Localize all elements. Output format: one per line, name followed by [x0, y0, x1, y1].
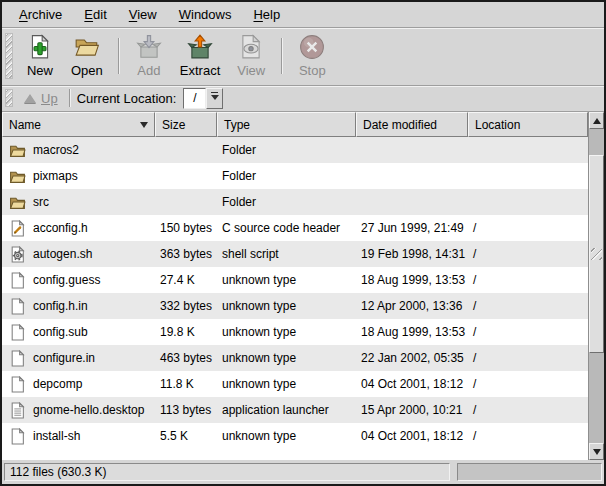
file-name-cell: config.h.in	[2, 298, 155, 315]
file-location: /	[468, 351, 588, 365]
extract-button[interactable]: Extract	[172, 31, 228, 82]
toolbar-separator	[281, 38, 282, 74]
location-bar-drag-handle[interactable]	[5, 89, 13, 107]
toolbar-button-label: Stop	[299, 63, 326, 78]
menubar: Archive Edit View Windows Help	[2, 2, 604, 28]
scroll-down-button[interactable]	[589, 443, 604, 460]
toolbar-button-label: New	[27, 63, 53, 78]
column-header-location[interactable]: Location	[468, 112, 588, 137]
file-date-modified: 04 Oct 2001, 18:12	[356, 429, 468, 443]
folder-icon	[9, 168, 26, 185]
file-name: depcomp	[33, 377, 82, 391]
file-name: install-sh	[33, 429, 80, 443]
toolbar-buttons: New Open Add Extract	[17, 31, 335, 82]
file-type: unknown type	[217, 351, 356, 365]
table-row-config.h.in[interactable]: config.h.in 332 bytes unknown type 12 Ap…	[2, 293, 588, 319]
file-date-modified: 18 Aug 1999, 13:53	[356, 273, 468, 287]
open-archive-icon	[74, 34, 100, 60]
open-button[interactable]: Open	[63, 31, 111, 82]
file-name: gnome-hello.desktop	[33, 403, 144, 417]
table-row-macros2[interactable]: macros2 Folder	[2, 137, 588, 163]
document-icon	[9, 324, 26, 341]
toolbar-drag-handle[interactable]	[5, 33, 13, 79]
table-row-gnome-hello.desktop[interactable]: gnome-hello.desktop 113 bytes applicatio…	[2, 397, 588, 423]
file-size: 363 bytes	[155, 247, 217, 261]
file-table: Name Size Type Date modified	[2, 112, 588, 460]
file-list-area: Name Size Type Date modified	[2, 112, 604, 460]
scroll-up-button[interactable]	[589, 112, 604, 129]
file-date-modified: 04 Oct 2001, 18:12	[356, 377, 468, 391]
file-location: /	[468, 403, 588, 417]
up-button: Up	[20, 89, 62, 108]
vertical-scrollbar	[588, 112, 604, 460]
menu-view[interactable]: View	[118, 3, 168, 26]
table-row-depcomp[interactable]: depcomp 11.8 K unknown type 04 Oct 2001,…	[2, 371, 588, 397]
file-name-cell: config.sub	[2, 324, 155, 341]
folder-icon	[9, 194, 26, 211]
scrollbar-grip-icon	[591, 248, 602, 260]
file-type: unknown type	[217, 429, 356, 443]
folder-icon	[9, 142, 26, 159]
table-row-install-sh[interactable]: install-sh 5.5 K unknown type 04 Oct 200…	[2, 423, 588, 449]
file-type: unknown type	[217, 273, 356, 287]
file-size: 463 bytes	[155, 351, 217, 365]
menu-edit[interactable]: Edit	[73, 3, 117, 26]
file-name: autogen.sh	[33, 247, 92, 261]
file-name-cell: configure.in	[2, 350, 155, 367]
menu-windows[interactable]: Windows	[168, 3, 243, 26]
file-name: config.sub	[33, 325, 88, 339]
document-icon	[9, 272, 26, 289]
location-bar: Up Current Location: /	[2, 86, 604, 112]
file-size: 11.8 K	[155, 377, 217, 391]
column-header-date-modified[interactable]: Date modified	[356, 112, 468, 137]
add-button: Add	[126, 31, 172, 82]
file-type: Folder	[217, 169, 356, 183]
menu-help[interactable]: Help	[242, 3, 291, 26]
file-date-modified: 12 Apr 2000, 13:36	[356, 299, 468, 313]
scrollbar-track[interactable]	[589, 129, 604, 443]
table-row-src[interactable]: src Folder	[2, 189, 588, 215]
script-icon	[9, 246, 26, 263]
file-type: application launcher	[217, 403, 356, 417]
document-icon	[9, 376, 26, 393]
file-date-modified: 15 Apr 2000, 10:21	[356, 403, 468, 417]
column-header-size[interactable]: Size	[155, 112, 217, 137]
add-files-icon	[136, 34, 162, 60]
table-row-configure.in[interactable]: configure.in 463 bytes unknown type 22 J…	[2, 345, 588, 371]
table-row-pixmaps[interactable]: pixmaps Folder	[2, 163, 588, 189]
location-combo-value[interactable]: /	[183, 88, 206, 109]
file-name-cell: acconfig.h	[2, 220, 155, 237]
file-name-cell: config.guess	[2, 272, 155, 289]
column-header-label: Location	[475, 118, 520, 132]
file-name: config.h.in	[33, 299, 88, 313]
separator	[69, 89, 70, 107]
file-name: config.guess	[33, 273, 100, 287]
file-size: 332 bytes	[155, 299, 217, 313]
table-row-acconfig.h[interactable]: acconfig.h 150 bytes C source code heade…	[2, 215, 588, 241]
file-name-cell: pixmaps	[2, 168, 155, 185]
menu-item-label: Edit	[84, 7, 106, 22]
new-button[interactable]: New	[17, 31, 63, 82]
table-row-config.guess[interactable]: config.guess 27.4 K unknown type 18 Aug …	[2, 267, 588, 293]
column-header-name[interactable]: Name	[2, 112, 155, 137]
file-type: C source code header	[217, 221, 356, 235]
menu-archive[interactable]: Archive	[8, 3, 73, 26]
status-text: 112 files (630.3 K)	[10, 465, 107, 479]
file-type: Folder	[217, 195, 356, 209]
location-combo-dropdown-button[interactable]	[206, 88, 223, 109]
progress-bar-frame	[457, 463, 602, 481]
file-size: 27.4 K	[155, 273, 217, 287]
column-header-label: Name	[9, 118, 41, 132]
file-type: unknown type	[217, 377, 356, 391]
scrollbar-thumb[interactable]	[589, 155, 604, 353]
column-header-type[interactable]: Type	[217, 112, 356, 137]
table-row-autogen.sh[interactable]: autogen.sh 363 bytes shell script 19 Feb…	[2, 241, 588, 267]
file-date-modified: 22 Jan 2002, 05:35	[356, 351, 468, 365]
document-icon	[9, 428, 26, 445]
table-row-config.sub[interactable]: config.sub 19.8 K unknown type 18 Aug 19…	[2, 319, 588, 345]
file-date-modified: 27 Jun 1999, 21:49	[356, 221, 468, 235]
new-archive-icon	[27, 34, 53, 60]
dropdown-arrow-icon	[211, 92, 219, 104]
toolbar-button-label: Open	[71, 63, 103, 78]
up-button-label: Up	[41, 91, 58, 106]
